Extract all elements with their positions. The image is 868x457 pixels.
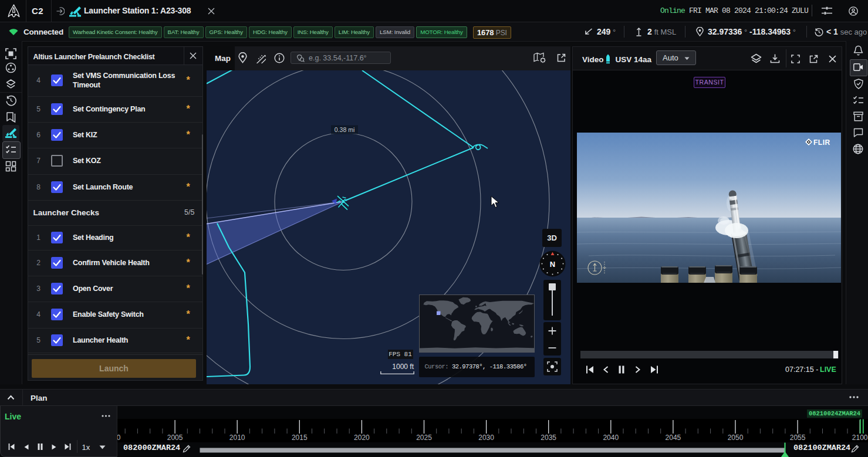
svg-text:2055: 2055	[790, 433, 806, 441]
svg-text:2100: 2100	[852, 433, 868, 441]
svg-text:FLIR: FLIR	[813, 138, 830, 147]
svg-text:2020: 2020	[354, 433, 370, 441]
svg-text:N: N	[550, 260, 555, 269]
svg-text:2050: 2050	[728, 433, 744, 441]
svg-text:2005: 2005	[167, 433, 183, 441]
svg-text:2040: 2040	[603, 433, 619, 441]
svg-text:2035: 2035	[541, 433, 556, 441]
svg-text:2045: 2045	[666, 433, 681, 441]
svg-text:0.38 mi: 0.38 mi	[335, 126, 354, 133]
svg-text:2010: 2010	[229, 433, 245, 441]
svg-text:2030: 2030	[478, 433, 494, 441]
svg-text:2025: 2025	[416, 433, 432, 441]
svg-text:2015: 2015	[292, 433, 308, 441]
